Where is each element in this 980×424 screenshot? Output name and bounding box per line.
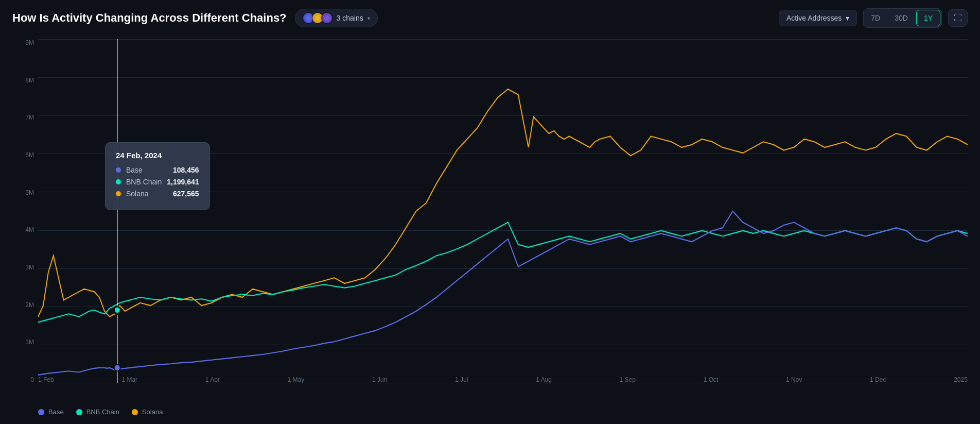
- legend-item-bnb: BNB Chain: [76, 408, 119, 416]
- x-label-aug: 1 Aug: [536, 376, 552, 383]
- chain-icon-solana: [321, 12, 332, 24]
- y-label-7m: 7M: [25, 114, 34, 121]
- x-label-feb: 1 Feb: [38, 376, 54, 383]
- x-label-oct: 1 Oct: [704, 376, 719, 383]
- main-container: How Is Activity Changing Across Differen…: [0, 0, 980, 424]
- chart-area: 9M 8M 7M 6M 5M 4M 3M 2M 1M 0: [12, 34, 968, 404]
- y-label-6m: 6M: [25, 151, 34, 159]
- chart-svg: [38, 39, 968, 383]
- base-crosshair-dot: [114, 364, 120, 371]
- legend-label-solana: Solana: [142, 408, 163, 416]
- x-label-jul: 1 Jul: [455, 376, 468, 383]
- y-label-0: 0: [30, 376, 34, 383]
- base-line: [38, 211, 968, 375]
- chains-selector[interactable]: 3 chains ▾: [295, 9, 378, 27]
- metric-label: Active Addresses: [786, 14, 842, 22]
- metric-selector[interactable]: Active Addresses ▾: [779, 10, 857, 26]
- bnb-line: [38, 223, 968, 323]
- y-label-8m: 8M: [25, 77, 34, 84]
- legend-dot-bnb: [76, 409, 82, 415]
- legend-label-base: Base: [48, 408, 64, 416]
- chart-inner: 24 Feb, 2024 Base 108,456 BNB Chain 1,19…: [38, 34, 968, 404]
- chains-label: 3 chains: [337, 14, 363, 22]
- y-label-1m: 1M: [25, 338, 34, 346]
- time-btn-1y[interactable]: 1Y: [916, 10, 940, 26]
- solana-line: [38, 89, 968, 317]
- legend-dot-base: [38, 409, 44, 415]
- legend-item-base: Base: [38, 408, 64, 416]
- time-btn-30d[interactable]: 30D: [887, 10, 915, 26]
- chain-icons: [303, 12, 332, 24]
- legend-item-solana: Solana: [132, 408, 163, 416]
- y-label-2m: 2M: [25, 301, 34, 309]
- y-label-4m: 4M: [25, 226, 34, 233]
- time-buttons: 7D 30D 1Y: [863, 8, 942, 28]
- metric-chevron-icon: ▾: [846, 14, 849, 22]
- x-label-nov: 1 Nov: [786, 376, 802, 383]
- y-label-5m: 5M: [25, 189, 34, 196]
- x-label-may: 1 May: [288, 376, 305, 383]
- legend-label-bnb: BNB Chain: [86, 408, 119, 416]
- x-label-apr: 1 Apr: [205, 376, 220, 383]
- y-label-9m: 9M: [25, 39, 34, 46]
- time-btn-7d[interactable]: 7D: [864, 10, 887, 26]
- x-label-mar: 1 Mar: [121, 376, 137, 383]
- x-label-sep: 1 Sep: [620, 376, 636, 383]
- x-label-2025: 2025: [954, 376, 968, 383]
- bnb-crosshair-dot: [114, 307, 120, 313]
- chains-chevron-icon: ▾: [367, 15, 370, 21]
- header: How Is Activity Changing Across Differen…: [12, 8, 968, 28]
- legend: Base BNB Chain Solana: [12, 408, 968, 416]
- x-label-dec: 1 Dec: [870, 376, 886, 383]
- legend-dot-solana: [132, 409, 138, 415]
- page-title: How Is Activity Changing Across Differen…: [12, 11, 287, 25]
- expand-button[interactable]: ⛶: [948, 9, 968, 27]
- x-label-jun: 1 Jun: [372, 376, 387, 383]
- y-axis: 9M 8M 7M 6M 5M 4M 3M 2M 1M 0: [12, 34, 38, 404]
- x-axis: 1 Feb 1 Mar 1 Apr 1 May 1 Jun 1 Jul 1 Au…: [38, 373, 968, 383]
- header-left: How Is Activity Changing Across Differen…: [12, 9, 378, 27]
- y-label-3m: 3M: [25, 264, 34, 271]
- header-right: Active Addresses ▾ 7D 30D 1Y ⛶: [779, 8, 968, 28]
